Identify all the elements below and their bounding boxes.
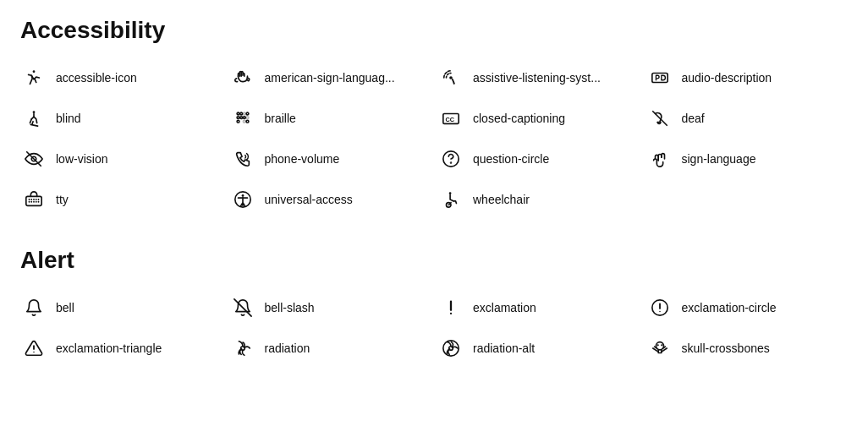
audio-description-label: audio-description xyxy=(682,71,772,85)
list-item: exclamation-circle xyxy=(646,294,849,321)
low-vision-icon xyxy=(20,145,47,172)
alert-title: Alert xyxy=(20,247,848,274)
svg-point-13 xyxy=(246,112,249,115)
list-item: american-sign-languag... xyxy=(229,64,431,91)
assistive-listening-icon xyxy=(437,64,464,91)
american-sign-language-icon xyxy=(229,64,256,91)
radiation-label: radiation xyxy=(265,341,310,355)
svg-point-22 xyxy=(451,162,452,163)
assistive-listening-label: assistive-listening-syst... xyxy=(473,71,601,85)
exclamation-triangle-icon xyxy=(20,335,47,362)
braille-icon xyxy=(229,105,256,132)
svg-point-12 xyxy=(243,120,245,123)
universal-access-icon xyxy=(229,186,256,213)
alert-grid: bell bell-slash xyxy=(20,294,848,362)
list-item: audio-description xyxy=(646,64,849,91)
svg-point-41 xyxy=(661,344,662,346)
sign-language-label: sign-language xyxy=(682,152,756,166)
svg-line-28 xyxy=(233,299,250,316)
svg-point-9 xyxy=(239,117,242,119)
svg-point-30 xyxy=(450,313,452,314)
tty-icon xyxy=(20,186,47,213)
svg-point-2 xyxy=(453,83,455,85)
list-item: phone-volume xyxy=(229,145,431,172)
phone-volume-label: phone-volume xyxy=(265,152,340,166)
svg-point-33 xyxy=(659,311,660,312)
skull-crossbones-label: skull-crossbones xyxy=(682,341,770,355)
braille-label: braille xyxy=(265,112,296,125)
accessibility-grid: accessible-icon american-sign-languag... xyxy=(20,64,848,213)
list-item: exclamation xyxy=(437,294,640,321)
deaf-label: deaf xyxy=(682,112,705,125)
deaf-icon xyxy=(646,105,673,132)
svg-point-10 xyxy=(243,112,245,115)
wheelchair-label: wheelchair xyxy=(473,193,530,206)
exclamation-triangle-label: exclamation-triangle xyxy=(56,341,162,355)
tty-label: tty xyxy=(56,193,69,206)
blind-label: blind xyxy=(56,112,81,125)
svg-point-5 xyxy=(237,112,239,115)
svg-point-25 xyxy=(241,194,244,197)
list-item: blind xyxy=(20,105,222,132)
accessibility-section: Accessibility accessible-icon xyxy=(20,17,848,213)
svg-point-8 xyxy=(239,112,242,115)
phone-volume-icon xyxy=(229,145,256,172)
bell-icon xyxy=(20,294,47,321)
svg-point-6 xyxy=(237,117,239,119)
list-item: radiation-alt xyxy=(437,335,640,362)
low-vision-label: low-vision xyxy=(56,152,107,166)
question-circle-icon xyxy=(437,145,464,172)
radiation-alt-label: radiation-alt xyxy=(473,341,535,355)
svg-point-11 xyxy=(243,117,245,119)
list-item: deaf xyxy=(646,105,849,132)
audio-description-icon xyxy=(646,64,673,91)
list-item-empty xyxy=(646,186,849,213)
universal-access-label: universal-access xyxy=(265,193,353,206)
bell-slash-icon xyxy=(229,294,256,321)
list-item: radiation xyxy=(229,335,431,362)
list-item: question-circle xyxy=(437,145,640,172)
exclamation-label: exclamation xyxy=(473,301,536,314)
list-item: CC closed-captioning xyxy=(437,105,640,132)
list-item: bell xyxy=(20,294,222,321)
list-item: bell-slash xyxy=(229,294,431,321)
svg-rect-23 xyxy=(26,196,41,205)
accessibility-title: Accessibility xyxy=(20,17,848,44)
alert-section: Alert bell xyxy=(20,247,848,362)
exclamation-icon xyxy=(437,294,464,321)
accessible-icon xyxy=(20,64,47,91)
list-item: low-vision xyxy=(20,145,222,172)
svg-point-35 xyxy=(33,352,34,352)
svg-point-26 xyxy=(449,192,452,194)
list-item: assistive-listening-syst... xyxy=(437,64,640,91)
svg-point-15 xyxy=(246,120,249,123)
list-item: braille xyxy=(229,105,431,132)
american-sign-language-label: american-sign-languag... xyxy=(265,71,395,85)
svg-point-37 xyxy=(443,341,459,356)
sign-language-icon xyxy=(646,145,673,172)
closed-captioning-label: closed-captioning xyxy=(473,112,565,125)
exclamation-circle-icon xyxy=(646,294,673,321)
accessible-icon-label: accessible-icon xyxy=(56,71,137,85)
bell-label: bell xyxy=(56,301,74,314)
exclamation-circle-label: exclamation-circle xyxy=(682,301,777,314)
radiation-icon xyxy=(229,335,256,362)
list-item: skull-crossbones xyxy=(646,335,849,362)
list-item: tty xyxy=(20,186,222,213)
svg-text:CC: CC xyxy=(446,116,455,123)
svg-point-7 xyxy=(237,120,239,123)
bell-slash-label: bell-slash xyxy=(265,301,315,314)
radiation-alt-icon xyxy=(437,335,464,362)
closed-captioning-icon: CC xyxy=(437,105,464,132)
skull-crossbones-icon xyxy=(646,335,673,362)
svg-point-40 xyxy=(656,344,658,346)
list-item: wheelchair xyxy=(437,186,640,213)
list-item: accessible-icon xyxy=(20,64,222,91)
svg-point-4 xyxy=(33,111,36,113)
svg-point-14 xyxy=(246,117,249,119)
question-circle-label: question-circle xyxy=(473,152,549,166)
wheelchair-icon xyxy=(437,186,464,213)
svg-point-0 xyxy=(33,70,36,73)
list-item: exclamation-triangle xyxy=(20,335,222,362)
page-container: Accessibility accessible-icon xyxy=(20,17,848,362)
